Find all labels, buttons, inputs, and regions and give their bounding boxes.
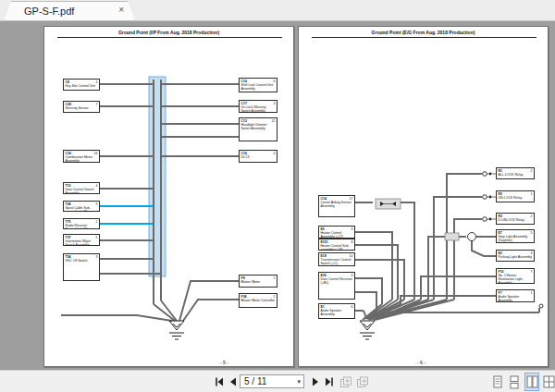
book-view-icon xyxy=(543,375,555,389)
tab-title: GP-S-F.pdf xyxy=(24,6,74,17)
page-number: - 5 - xyxy=(220,360,228,365)
relay-connectors xyxy=(483,172,496,222)
last-page-icon xyxy=(324,376,335,387)
connector-e4 xyxy=(445,233,459,240)
last-page-button[interactable] xyxy=(323,374,336,389)
page-number-input[interactable]: 5 / 11 ▾ xyxy=(240,374,304,388)
pdf-page-5: Ground Point (I/P From Aug. 2018 Product… xyxy=(43,26,294,367)
tab-close-icon[interactable]: × xyxy=(118,5,124,15)
document-tab[interactable]: GP-S-F.pdf × xyxy=(4,1,135,21)
prev-page-icon xyxy=(228,376,239,387)
pdf-page-6: Ground Point (E/G From Aug. 2018 Product… xyxy=(298,26,549,367)
new-tab-icon xyxy=(339,376,352,388)
first-page-button[interactable] xyxy=(213,374,226,389)
continuous-view-icon xyxy=(509,375,520,389)
view-mode-facing-button[interactable] xyxy=(525,374,538,390)
new-tab-button[interactable] xyxy=(339,374,352,389)
tab-bar: GP-S-F.pdf × xyxy=(0,0,555,21)
page-dropdown-caret-icon[interactable]: ▾ xyxy=(297,378,303,386)
page-indicator: 5 / 11 xyxy=(244,376,266,386)
next-page-button[interactable] xyxy=(309,374,322,389)
splice-circle xyxy=(468,233,476,241)
duplicate-tab-icon xyxy=(356,376,368,388)
first-page-icon xyxy=(214,376,225,387)
view-mode-continuous-button[interactable] xyxy=(508,374,521,390)
wiring-diagram-svg xyxy=(299,27,549,368)
ground-symbol-icon xyxy=(360,321,375,339)
prev-page-button[interactable] xyxy=(227,374,240,389)
page-number: - 6 - xyxy=(417,360,426,365)
facing-pages-icon xyxy=(526,375,538,389)
next-page-icon xyxy=(310,376,321,387)
view-mode-book-button[interactable] xyxy=(542,374,555,390)
ground-symbol-icon xyxy=(169,321,184,339)
duplicate-tab-button[interactable] xyxy=(355,374,368,389)
pdf-canvas[interactable]: Ground Point (I/P From Aug. 2018 Product… xyxy=(0,21,555,370)
pdf-viewer-window: GP-S-F.pdf × Ground Point (I/P From Aug.… xyxy=(0,0,555,392)
wiring-diagram-svg xyxy=(44,27,295,368)
connector-end xyxy=(539,304,543,308)
single-page-icon xyxy=(492,375,503,389)
highlighted-cyan-wires xyxy=(100,206,154,224)
toolbar: 5 / 11 ▾ xyxy=(0,370,555,392)
view-mode-single-page-button[interactable] xyxy=(491,374,504,390)
